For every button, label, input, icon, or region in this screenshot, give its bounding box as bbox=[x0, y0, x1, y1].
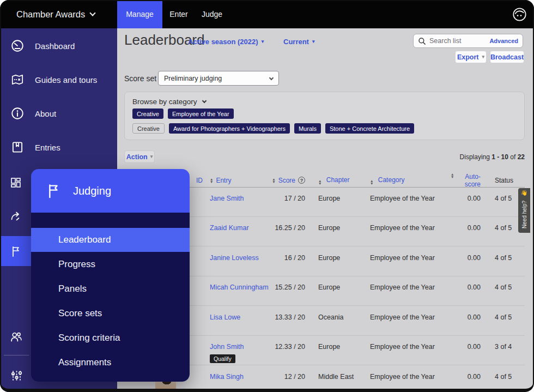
category-cell: Employee of the Year bbox=[370, 313, 451, 321]
entry-link[interactable]: Lisa Lowe bbox=[210, 313, 240, 321]
flyout-header-judging[interactable]: Judging bbox=[31, 169, 190, 213]
sort-icon: ▲▼ bbox=[451, 173, 454, 188]
column-header-id[interactable]: ID bbox=[196, 177, 210, 184]
sidebar-item-label: Dashboard bbox=[35, 41, 75, 51]
sidebar-item-about[interactable]: About bbox=[0, 104, 117, 123]
view-selector-label: Current bbox=[283, 38, 309, 46]
category-cell: Employee of the Year bbox=[370, 195, 451, 202]
account-avatar-icon[interactable] bbox=[512, 7, 527, 22]
need-help-tab[interactable]: 👋 Need help? bbox=[518, 188, 530, 233]
category-cell: Employee of the Year bbox=[370, 373, 451, 381]
auto-score-cell: 0.00 bbox=[451, 195, 481, 202]
category-cell: Employee of the Year bbox=[370, 284, 451, 291]
sliders-icon[interactable] bbox=[9, 369, 22, 382]
score-help-icon[interactable]: ? bbox=[298, 177, 305, 184]
grid-icon[interactable] bbox=[9, 176, 22, 189]
brand-switcher[interactable]: Chamber Awards bbox=[16, 0, 95, 28]
score-cell: 12.33 / 20 bbox=[270, 343, 305, 351]
entry-link[interactable]: John Smith bbox=[210, 343, 244, 351]
chevron-down-icon bbox=[202, 99, 206, 103]
auto-score-cell: 0.00 bbox=[451, 284, 481, 291]
auto-score-cell: 0.00 bbox=[451, 313, 481, 321]
view-selector[interactable]: Current ▾ bbox=[283, 38, 314, 46]
need-help-label: Need help? bbox=[518, 198, 530, 231]
sidebar-item-label: Entries bbox=[35, 143, 60, 152]
season-selector-label: Active season (2022) bbox=[188, 38, 258, 46]
flyout-item-leaderboard[interactable]: Leaderboard bbox=[31, 228, 190, 252]
sidebar-item-dashboard[interactable]: Dashboard bbox=[0, 37, 117, 55]
browse-by-category-toggle[interactable]: Browse by category bbox=[132, 98, 206, 106]
caret-down-icon: ▾ bbox=[312, 39, 315, 44]
chapter-cell: Europe bbox=[318, 284, 370, 291]
redirect-arrow-icon[interactable] bbox=[9, 210, 22, 223]
category-tag[interactable]: Stone + Concrete Architecture bbox=[325, 123, 414, 134]
sidebar-item-label: About bbox=[35, 109, 56, 118]
tab-judge-label: Judge bbox=[202, 10, 222, 19]
tab-manage[interactable]: Manage bbox=[117, 0, 162, 28]
entry-link[interactable]: Mika Singh bbox=[210, 373, 244, 381]
people-icon[interactable] bbox=[9, 330, 22, 343]
category-tag-row: Creative Award for Photographers + Video… bbox=[132, 123, 414, 134]
auto-score-cell: 0.00 bbox=[451, 254, 481, 262]
broadcast-button[interactable]: Broadcast bbox=[490, 51, 524, 63]
chevron-down-icon bbox=[269, 75, 274, 80]
caret-down-icon: ▾ bbox=[262, 39, 264, 44]
tab-judge[interactable]: Judge bbox=[195, 0, 229, 28]
column-header-category[interactable]: ▲▼ Category bbox=[370, 176, 451, 185]
judging-flyout-menu: Judging Leaderboard Progress Panels Scor… bbox=[31, 169, 190, 382]
flyout-title: Judging bbox=[73, 185, 111, 197]
category-tag[interactable]: Creative bbox=[132, 123, 165, 134]
tab-enter[interactable]: Enter bbox=[162, 0, 195, 28]
score-cell: 12 / 20 bbox=[270, 373, 305, 381]
wave-icon: 👋 bbox=[518, 190, 530, 196]
category-tag[interactable]: Award for Photographers + Videographers bbox=[169, 123, 290, 134]
category-tag[interactable]: Employee of the Year bbox=[168, 108, 234, 119]
action-button[interactable]: Action ▾ bbox=[124, 150, 155, 163]
category-cell: Employee of the Year bbox=[370, 224, 451, 232]
broadcast-button-label: Broadcast bbox=[490, 53, 524, 61]
flyout-item-progress[interactable]: Progress bbox=[31, 252, 190, 276]
column-header-score[interactable]: ▲▼ Score ? bbox=[270, 177, 305, 184]
chapter-cell: Middle East bbox=[318, 373, 370, 381]
score-cell: 16.25 / 20 bbox=[270, 224, 305, 232]
entry-link[interactable]: Micah Cunningham bbox=[210, 284, 269, 291]
map-icon bbox=[10, 73, 25, 87]
displaying-range: 1 - 10 bbox=[491, 153, 508, 161]
chevron-down-icon bbox=[90, 10, 96, 16]
flyout-item-scoring-criteria[interactable]: Scoring criteria bbox=[31, 325, 190, 350]
category-tag[interactable]: Creative bbox=[132, 108, 163, 119]
score-cell: 13.33 / 20 bbox=[270, 313, 305, 321]
flyout-item-score-sets[interactable]: Score sets bbox=[31, 301, 190, 325]
export-button-label: Export bbox=[457, 53, 479, 61]
entry-link[interactable]: Janine Loveless bbox=[210, 254, 259, 262]
info-icon bbox=[10, 106, 25, 120]
score-set-select[interactable]: Preliminary judging bbox=[158, 71, 279, 86]
sidebar-item-guides[interactable]: Guides and tours bbox=[0, 70, 117, 89]
search-input[interactable] bbox=[429, 37, 486, 45]
status-cell: 4 of 5 bbox=[495, 284, 522, 291]
bookmark-icon bbox=[10, 140, 25, 154]
app-window: Chamber Awards Manage Enter Judge Dashbo… bbox=[0, 0, 534, 392]
action-button-label: Action bbox=[126, 153, 148, 161]
brand-name: Chamber Awards bbox=[16, 9, 85, 20]
column-header-auto-score[interactable]: ▲▼ Auto-score bbox=[451, 173, 481, 188]
sort-icon: ▲▼ bbox=[210, 178, 213, 183]
export-button[interactable]: Export ▾ bbox=[455, 51, 487, 63]
caret-down-icon: ▾ bbox=[482, 55, 485, 59]
column-header-entry[interactable]: ▲▼ Entry bbox=[210, 177, 270, 184]
category-tag[interactable]: Murals bbox=[294, 123, 321, 134]
flag-icon[interactable] bbox=[9, 245, 22, 258]
status-cell: 4 of 5 bbox=[495, 313, 522, 321]
column-header-chapter[interactable]: ▲▼ Chapter bbox=[318, 176, 370, 185]
season-selector[interactable]: Active season (2022) ▾ bbox=[188, 38, 264, 46]
entry-link[interactable]: Zaaid Kumar bbox=[210, 224, 249, 232]
entry-link[interactable]: Jane Smith bbox=[210, 195, 244, 202]
displaying-label: Displaying bbox=[460, 153, 490, 161]
sidebar-item-entries[interactable]: Entries bbox=[0, 138, 117, 156]
sort-icon: ▲▼ bbox=[272, 178, 275, 183]
caret-down-icon: ▾ bbox=[150, 154, 153, 159]
tab-manage-label: Manage bbox=[126, 10, 154, 19]
flyout-item-assignments[interactable]: Assignments bbox=[31, 350, 190, 375]
flyout-item-panels[interactable]: Panels bbox=[31, 276, 190, 301]
advanced-search-link[interactable]: Advanced bbox=[489, 38, 518, 44]
